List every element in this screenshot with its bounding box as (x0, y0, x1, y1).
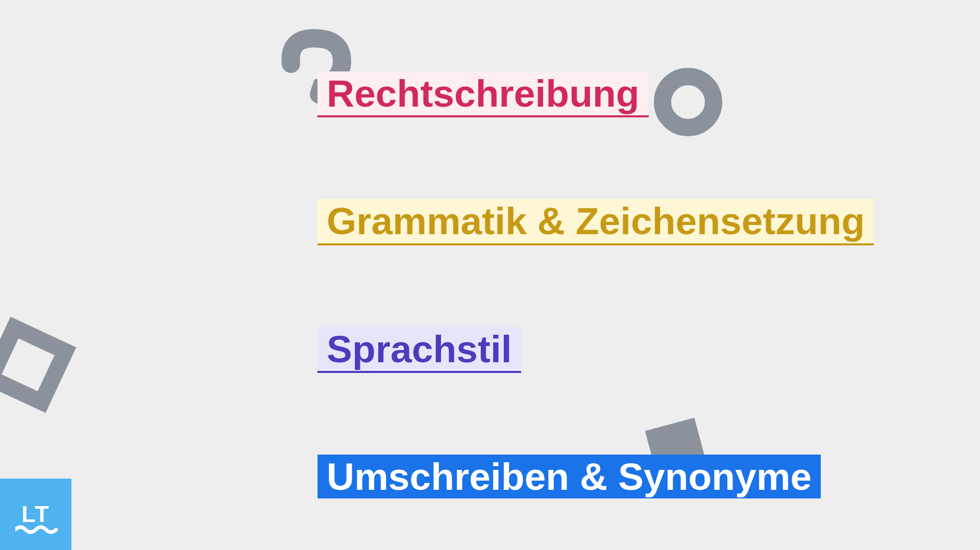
logo-badge: LT (0, 479, 71, 550)
logo-wave-icon (15, 524, 59, 535)
category-grammar: Grammatik & Zeichensetzung (317, 199, 874, 245)
decoration-square-left (0, 306, 77, 420)
logo-text: LT (21, 501, 50, 528)
svg-rect-1 (0, 328, 65, 402)
categories-list: Rechtschreibung Grammatik & Zeichensetzu… (317, 71, 874, 498)
category-spelling: Rechtschreibung (317, 71, 649, 117)
category-rewrite: Umschreiben & Synonyme (317, 455, 821, 498)
category-style: Sprachstil (317, 327, 521, 373)
